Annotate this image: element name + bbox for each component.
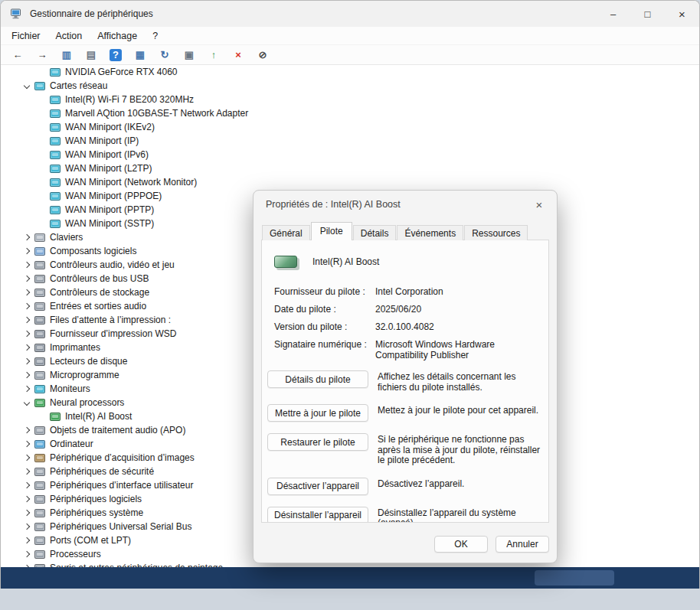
expander-icon[interactable] bbox=[21, 547, 33, 561]
expander-icon[interactable] bbox=[21, 272, 33, 285]
tree-item[interactable]: WAN Miniport (IP) bbox=[1, 134, 699, 148]
network-adapter-icon bbox=[50, 123, 61, 132]
processors-icon bbox=[34, 550, 45, 559]
device-name: Intel(R) AI Boost bbox=[312, 256, 379, 267]
tree-item[interactable]: Marvell AQtion 10GBASE-T Network Adapter bbox=[1, 106, 699, 120]
expander-icon[interactable] bbox=[36, 106, 48, 120]
tree-item[interactable]: WAN Miniport (IKEv2) bbox=[1, 120, 699, 134]
driver-action-row: Désactiver l’appareil Désactivez l’appar… bbox=[267, 478, 548, 495]
audio-inputs-outputs-icon bbox=[34, 302, 45, 311]
disable-device-button[interactable]: Désactiver l’appareil bbox=[267, 478, 368, 495]
expander-icon[interactable] bbox=[21, 423, 33, 437]
expander-icon[interactable] bbox=[21, 285, 33, 299]
network-adapter-icon bbox=[50, 178, 61, 187]
expander-icon[interactable] bbox=[21, 437, 33, 451]
expander-icon[interactable] bbox=[21, 492, 33, 506]
expander-icon[interactable] bbox=[21, 382, 33, 396]
tab-pilote[interactable]: Pilote bbox=[311, 222, 352, 240]
field-label: Signataire numérique : bbox=[274, 339, 375, 360]
toolbar-button[interactable]: ↑ bbox=[204, 47, 223, 64]
tab-details[interactable]: Détails bbox=[353, 225, 397, 240]
expander-icon[interactable] bbox=[36, 189, 48, 203]
menu-aide[interactable]: ? bbox=[145, 27, 165, 44]
dialog-close-button[interactable]: × bbox=[529, 196, 549, 213]
menu-action[interactable]: Action bbox=[48, 27, 90, 44]
tab-evenements[interactable]: Événements bbox=[397, 225, 463, 240]
expander-icon[interactable] bbox=[21, 341, 33, 354]
expander-icon[interactable] bbox=[21, 313, 33, 327]
expander-icon[interactable] bbox=[21, 451, 33, 465]
taskbar-widget[interactable] bbox=[535, 570, 614, 586]
expander-icon[interactable] bbox=[21, 396, 33, 409]
tree-item-label: WAN Miniport (SSTP) bbox=[65, 218, 154, 229]
computer-icon bbox=[34, 440, 45, 449]
ok-button[interactable]: OK bbox=[434, 536, 488, 553]
toolbar-button[interactable]: × bbox=[229, 47, 247, 64]
toolbar-button[interactable]: ▤ bbox=[82, 47, 100, 64]
expander-icon[interactable] bbox=[36, 161, 48, 175]
expander-icon[interactable] bbox=[21, 478, 33, 492]
expander-icon[interactable] bbox=[36, 217, 48, 230]
toolbar-button[interactable]: ▥ bbox=[57, 47, 76, 64]
expander-icon[interactable] bbox=[36, 175, 48, 189]
driver-details-button[interactable]: Détails du pilote bbox=[267, 370, 368, 388]
expander-icon[interactable] bbox=[36, 409, 48, 423]
expander-icon[interactable] bbox=[21, 533, 33, 547]
expander-icon[interactable] bbox=[36, 148, 48, 161]
network-adapter-icon bbox=[50, 151, 61, 159]
toolbar-button[interactable]: ▣ bbox=[180, 47, 198, 64]
toolbar-button[interactable]: ↻ bbox=[155, 47, 174, 64]
toolbar-button[interactable]: → bbox=[33, 47, 51, 64]
tree-item[interactable]: NVIDIA GeForce RTX 4060 bbox=[1, 65, 699, 79]
expander-icon[interactable] bbox=[21, 244, 33, 258]
toolbar-button[interactable]: ⊘ bbox=[254, 47, 272, 64]
tree-item-label: NVIDIA GeForce RTX 4060 bbox=[65, 67, 178, 77]
toolbar-button[interactable]: ← bbox=[8, 47, 27, 64]
driver-action-row: Désinstaller l’appareil Désinstallez l’a… bbox=[267, 507, 548, 524]
expander-icon[interactable] bbox=[21, 230, 33, 244]
tree-item-label: WAN Miniport (IKEv2) bbox=[65, 122, 155, 132]
tree-item[interactable]: WAN Miniport (Network Monitor) bbox=[1, 175, 699, 189]
update-driver-button[interactable]: Mettre à jour le pilote bbox=[267, 404, 368, 422]
expander-icon[interactable] bbox=[36, 134, 48, 148]
monitors-icon bbox=[34, 385, 45, 393]
back-icon: ← bbox=[11, 49, 24, 61]
tree-item[interactable]: Cartes réseau bbox=[1, 79, 699, 93]
tree-item-label: Entrées et sorties audio bbox=[50, 301, 146, 312]
toolbar-button[interactable]: ? bbox=[106, 47, 125, 64]
driver-field-row: Signataire numérique : Microsoft Windows… bbox=[274, 339, 548, 360]
expander-icon[interactable] bbox=[21, 327, 33, 341]
cancel-button[interactable]: Annuler bbox=[496, 536, 549, 553]
expander-icon[interactable] bbox=[21, 465, 33, 478]
field-label: Date du pilote : bbox=[274, 304, 375, 315]
expander-icon[interactable] bbox=[21, 354, 33, 368]
roll-back-driver-button[interactable]: Restaurer le pilote bbox=[267, 433, 368, 451]
software-devices-icon bbox=[34, 495, 45, 504]
tree-item[interactable]: Intel(R) Wi-Fi 7 BE200 320MHz bbox=[1, 93, 699, 106]
expander-icon[interactable] bbox=[21, 506, 33, 520]
expander-icon[interactable] bbox=[36, 203, 48, 217]
window-title: Gestionnaire de périphériques bbox=[30, 8, 153, 19]
maximize-button[interactable]: □ bbox=[630, 1, 665, 27]
expander-icon[interactable] bbox=[21, 79, 33, 93]
toolbar-button[interactable]: ▦ bbox=[131, 47, 149, 64]
menu-affichage[interactable]: Affichage bbox=[90, 27, 145, 44]
expander-icon[interactable] bbox=[36, 65, 48, 79]
tab-ressources[interactable]: Ressources bbox=[464, 225, 528, 240]
uninstall-device-button[interactable]: Désinstaller l’appareil bbox=[267, 507, 368, 524]
tree-item[interactable]: WAN Miniport (L2TP) bbox=[1, 161, 699, 175]
tab-general[interactable]: Général bbox=[262, 225, 310, 240]
expander-icon[interactable] bbox=[36, 120, 48, 134]
minimize-button[interactable]: – bbox=[596, 1, 630, 27]
tree-item[interactable]: WAN Miniport (IPv6) bbox=[1, 148, 699, 161]
network-adapter-icon bbox=[50, 96, 61, 104]
tree-item-label: Fournisseur d’impression WSD bbox=[50, 328, 176, 339]
expander-icon[interactable] bbox=[21, 368, 33, 382]
expander-icon[interactable] bbox=[21, 520, 33, 533]
menu-fichier[interactable]: Fichier bbox=[4, 27, 48, 44]
close-button[interactable]: × bbox=[665, 1, 699, 27]
imaging-devices-icon bbox=[34, 454, 45, 462]
expander-icon[interactable] bbox=[36, 93, 48, 106]
expander-icon[interactable] bbox=[21, 258, 33, 272]
expander-icon[interactable] bbox=[21, 299, 33, 313]
